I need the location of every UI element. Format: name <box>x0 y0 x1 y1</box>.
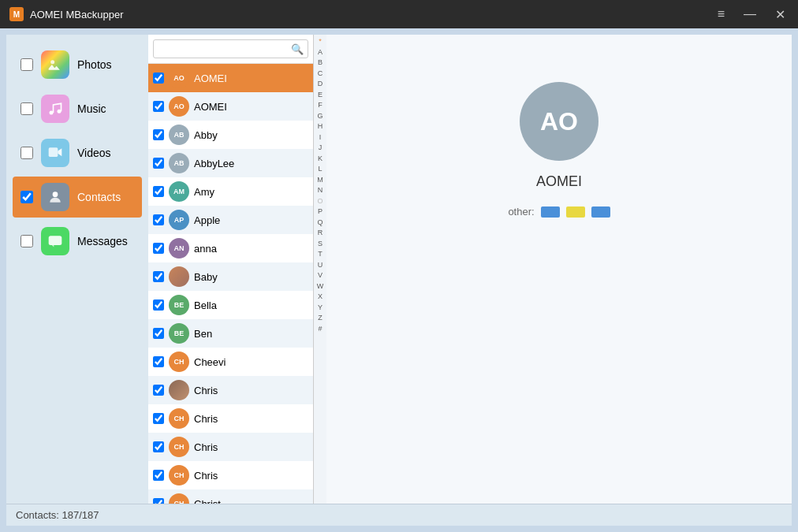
alpha-N[interactable]: N <box>318 185 323 196</box>
avatar: CH <box>169 352 189 372</box>
contact-checkbox[interactable] <box>153 413 164 424</box>
status-bar: Contacts: 187/187 <box>6 504 792 526</box>
alpha-U[interactable]: U <box>318 260 323 271</box>
contact-checkbox[interactable] <box>153 328 164 339</box>
contact-row[interactable]: AB AbbyLee <box>148 149 313 177</box>
sidebar-item-music[interactable]: Music <box>13 88 142 129</box>
contact-checkbox[interactable] <box>153 214 164 225</box>
alpha-C[interactable]: C <box>318 69 323 80</box>
contact-name: Cheevi <box>194 356 308 368</box>
sidebar-item-photos[interactable]: Photos <box>13 44 142 85</box>
contact-checkbox[interactable] <box>153 73 164 84</box>
contact-row[interactable]: AO AOMEI <box>148 92 313 121</box>
sidebar-item-videos[interactable]: Videos <box>13 132 142 173</box>
contact-row[interactable]: AN anna <box>148 234 313 262</box>
alpha-O[interactable]: O <box>317 196 323 207</box>
alpha-G[interactable]: G <box>317 111 323 122</box>
other-label: other: <box>508 206 534 218</box>
alpha-D[interactable]: D <box>318 79 323 90</box>
alpha-Z[interactable]: Z <box>318 313 323 324</box>
sidebar-item-messages[interactable]: Messages <box>13 221 142 262</box>
alpha-I[interactable]: I <box>319 132 322 143</box>
contact-checkbox[interactable] <box>153 470 164 481</box>
avatar: AO <box>169 96 189 117</box>
contact-name: anna <box>194 243 308 255</box>
color-swatch-2 <box>566 206 585 218</box>
contact-row[interactable]: BE Bella <box>148 291 313 319</box>
contact-row[interactable]: BE Ben <box>148 319 313 348</box>
contact-row[interactable]: CH Chris <box>148 461 313 489</box>
svg-point-2 <box>58 110 62 113</box>
color-swatch-1 <box>541 206 560 218</box>
contact-name: Amy <box>194 186 308 198</box>
contact-name: Baby <box>194 271 308 283</box>
contact-checkbox[interactable] <box>153 243 164 254</box>
contact-checkbox[interactable] <box>153 271 164 282</box>
app-icon: M <box>9 7 24 21</box>
contact-row[interactable]: CH Chris <box>148 433 313 461</box>
sidebar-item-contacts[interactable]: Contacts <box>13 177 142 218</box>
alpha-F[interactable]: F <box>318 100 323 111</box>
contact-checkbox[interactable] <box>153 299 164 311</box>
contact-row[interactable]: Baby <box>148 262 313 291</box>
contact-row[interactable]: AP Apple <box>148 206 313 234</box>
alpha-M[interactable]: M <box>317 175 323 186</box>
contact-row[interactable]: CH Christ <box>148 489 313 504</box>
alpha-E[interactable]: E <box>318 90 323 101</box>
alpha-star[interactable]: * <box>319 36 322 47</box>
contact-list: AO AOMEI AO AOMEI AB Abby <box>148 64 313 504</box>
contact-row[interactable]: Chris <box>148 376 313 404</box>
contact-checkbox[interactable] <box>153 441 164 452</box>
alpha-A[interactable]: A <box>318 47 323 58</box>
detail-panel: AO AOMEI other: <box>326 35 792 504</box>
alpha-Q[interactable]: Q <box>317 218 323 229</box>
contacts-checkbox[interactable] <box>21 191 33 203</box>
contact-row[interactable]: AO AOMEI <box>148 64 313 92</box>
close-button[interactable]: ✕ <box>772 6 789 24</box>
alpha-V[interactable]: V <box>318 270 323 281</box>
avatar: AB <box>169 125 189 145</box>
color-swatch-3 <box>591 206 610 218</box>
contact-checkbox[interactable] <box>153 129 164 140</box>
contact-checkbox[interactable] <box>153 186 164 197</box>
title-bar-controls: ≡ — ✕ <box>714 6 789 24</box>
music-checkbox[interactable] <box>21 102 33 115</box>
alpha-T[interactable]: T <box>318 249 323 260</box>
alpha-X[interactable]: X <box>318 292 323 303</box>
alpha-S[interactable]: S <box>318 239 323 250</box>
contact-name: AOMEI <box>194 101 308 113</box>
alpha-Y[interactable]: Y <box>318 303 323 314</box>
svg-rect-5 <box>49 236 62 245</box>
contact-panel: 🔍 AO AOMEI AO AOMEI <box>148 35 314 504</box>
alpha-P[interactable]: P <box>318 206 323 218</box>
alpha-K[interactable]: K <box>318 154 323 165</box>
contact-name: Ben <box>194 328 308 340</box>
contact-row[interactable]: CH Cheevi <box>148 348 313 376</box>
contact-row[interactable]: AM Amy <box>148 177 313 206</box>
contact-row[interactable]: AB Abby <box>148 121 313 149</box>
contact-checkbox[interactable] <box>153 498 164 504</box>
title-bar: M AOMEI MBackupper ≡ — ✕ <box>0 0 798 28</box>
minimize-button[interactable]: — <box>740 6 759 23</box>
contact-name: AOMEI <box>194 73 308 84</box>
contact-row[interactable]: CH Chris <box>148 404 313 433</box>
videos-checkbox[interactable] <box>21 147 33 159</box>
messages-checkbox[interactable] <box>21 235 33 247</box>
alpha-J[interactable]: J <box>319 143 323 154</box>
window-list-button[interactable]: ≡ <box>714 6 728 23</box>
contact-checkbox[interactable] <box>153 356 164 367</box>
contact-checkbox[interactable] <box>153 158 164 169</box>
alpha-B[interactable]: B <box>318 58 323 69</box>
alpha-R[interactable]: R <box>318 228 323 239</box>
alpha-H[interactable]: H <box>318 121 323 132</box>
search-input[interactable] <box>153 39 308 58</box>
alpha-hash[interactable]: # <box>318 324 322 335</box>
app-title: AOMEI MBackupper <box>30 9 124 20</box>
photos-checkbox[interactable] <box>21 58 33 71</box>
alpha-L[interactable]: L <box>318 164 322 175</box>
contact-checkbox[interactable] <box>153 101 164 112</box>
alpha-W[interactable]: W <box>317 281 324 292</box>
svg-point-1 <box>50 111 54 115</box>
title-bar-left: M AOMEI MBackupper <box>9 7 124 21</box>
contact-checkbox[interactable] <box>153 385 164 396</box>
